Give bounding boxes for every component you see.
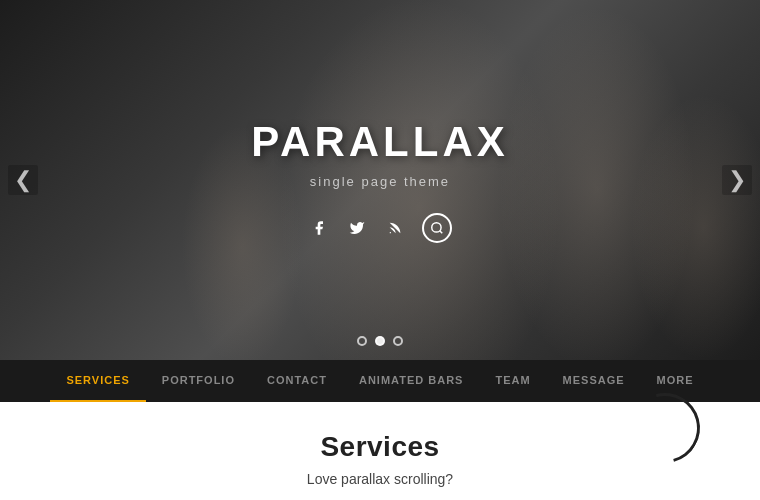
search-icon[interactable] — [422, 213, 452, 243]
hero-arrow-right[interactable]: ❯ — [722, 165, 752, 195]
nav-item-services[interactable]: SERVICES — [50, 360, 145, 402]
services-subtitle: Love parallax scrolling? — [307, 471, 453, 487]
nav-item-team[interactable]: TEAM — [479, 360, 546, 402]
hero-dot-3[interactable] — [393, 336, 403, 346]
hero-title: PARALLAX — [251, 118, 509, 166]
services-section: Services Love parallax scrolling? — [0, 402, 760, 500]
nav-item-portfolio[interactable]: PORTFOLIO — [146, 360, 251, 402]
hero-content: PARALLAX single page theme — [251, 118, 509, 243]
navigation-bar: SERVICES PORTFOLIO CONTACT ANIMATED BARS… — [0, 360, 760, 402]
hero-arrow-left[interactable]: ❮ — [8, 165, 38, 195]
nav-item-animated-bars[interactable]: ANIMATED BARS — [343, 360, 479, 402]
rss-icon[interactable] — [384, 217, 406, 239]
twitter-icon[interactable] — [346, 217, 368, 239]
hero-dot-1[interactable] — [357, 336, 367, 346]
nav-item-contact[interactable]: CONTACT — [251, 360, 343, 402]
hero-subtitle: single page theme — [251, 174, 509, 189]
hero-dot-2[interactable] — [375, 336, 385, 346]
svg-point-1 — [432, 222, 441, 231]
services-title: Services — [320, 431, 439, 463]
hero-social — [251, 213, 509, 243]
nav-item-message[interactable]: MESSAGE — [547, 360, 641, 402]
services-content-row: Services — [0, 431, 760, 471]
hero-dots — [357, 336, 403, 346]
hero-section: ❮ ❯ PARALLAX single page theme — [0, 0, 760, 360]
svg-point-0 — [390, 232, 391, 233]
svg-line-2 — [440, 230, 443, 233]
facebook-icon[interactable] — [308, 217, 330, 239]
